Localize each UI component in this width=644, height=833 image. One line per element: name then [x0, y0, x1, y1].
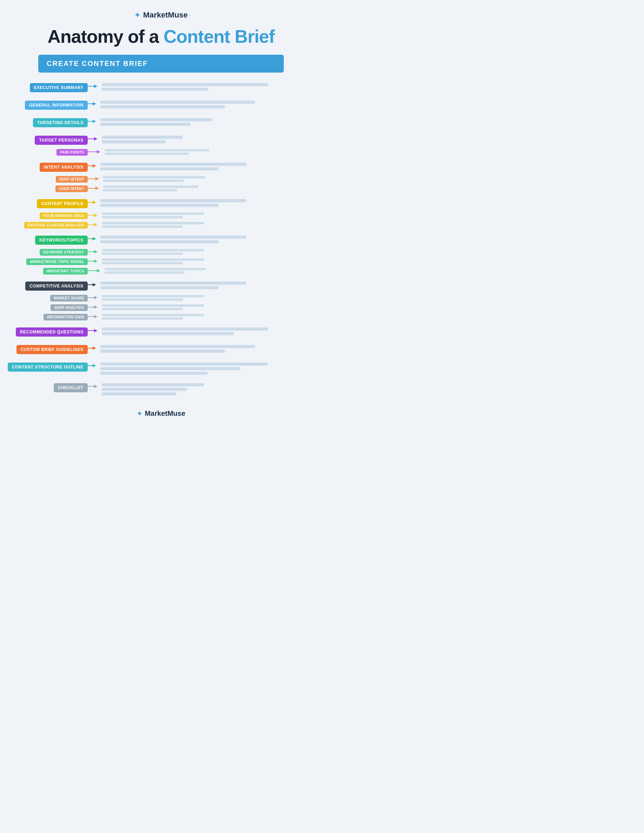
- arrow-side: [88, 327, 99, 332]
- content-bar: [102, 249, 204, 251]
- sub-arrow-side: [88, 175, 100, 180]
- bars-container: [99, 82, 315, 91]
- arrow-icon: [88, 119, 96, 123]
- sub-arrow-side: [88, 258, 99, 263]
- sparkle-icon-bottom: ✦: [137, 410, 142, 418]
- section-row: TARGET PERSONAS: [7, 135, 315, 145]
- content-bar: [103, 189, 177, 191]
- section-label-competitive-analysis: COMPETITIVE ANALYSIS: [25, 281, 88, 291]
- sub-label-side: KEYWORD STRATEGY: [7, 248, 88, 256]
- content-bar: [102, 388, 187, 391]
- spacer: [7, 231, 315, 235]
- content-bar: [100, 371, 208, 375]
- sub-label-information-gain: INFORMATION GAIN: [43, 314, 88, 320]
- bars-container: [98, 235, 315, 243]
- content-bar: [102, 88, 208, 91]
- spacer: [7, 378, 315, 383]
- arrow-side: [88, 235, 98, 241]
- arrow-icon: [88, 346, 96, 350]
- bars-container: [99, 294, 315, 301]
- section-row: KEYWORDS/TOPICS: [7, 235, 315, 245]
- arrow-icon: [88, 329, 98, 332]
- arrow-icon: [88, 259, 98, 263]
- section-label-target-personas: TARGET PERSONAS: [35, 136, 88, 145]
- content-bar: [100, 349, 225, 353]
- spacer: [7, 358, 315, 362]
- label-side: TARGET PERSONAS: [7, 135, 88, 145]
- section-label-content-structure-outline: CONTENT STRUCTURE OUTLINE: [8, 362, 88, 371]
- main-title: Anatomy of a Content Brief: [47, 26, 274, 47]
- sub-label-side: MARKET SHARE: [7, 294, 88, 302]
- content-bar: [102, 258, 204, 261]
- content-bar: [102, 392, 176, 396]
- content-bar: [100, 101, 255, 104]
- arrow-side: [88, 100, 98, 106]
- arrow-icon: [88, 187, 99, 190]
- content-bar: [100, 345, 255, 348]
- content-bar: [100, 199, 246, 202]
- arrow-icon: [88, 150, 100, 154]
- arrow-icon: [88, 269, 100, 272]
- arrow-icon: [88, 177, 99, 180]
- sub-arrow-side: [88, 212, 99, 217]
- bars-container: [98, 281, 315, 289]
- content-bar: [103, 176, 205, 178]
- content-bar: [100, 281, 246, 285]
- sub-label-serp-analysis: SERP ANALYSIS: [50, 304, 88, 311]
- arrow-icon: [88, 85, 98, 88]
- arrow-icon: [88, 364, 96, 367]
- content-bar: [100, 204, 219, 207]
- spacer: [7, 277, 315, 281]
- section-row: RECOMMENDED QUESTIONS: [7, 327, 315, 336]
- content-bar: [102, 140, 166, 143]
- section-label-recommended-questions: RECOMMENDED QUESTIONS: [16, 328, 88, 336]
- bars-container: [100, 175, 315, 182]
- sub-label-important-topics: IMPORTANT TOPICS: [43, 268, 88, 275]
- content-bar: [102, 332, 234, 335]
- section-row: CUSTOM BRIEF GUIDELINES: [7, 344, 315, 354]
- bars-container: [98, 344, 315, 353]
- sub-section-row: IMPORTANT TOPICS: [7, 267, 315, 275]
- sparkle-icon: ✦: [134, 11, 140, 19]
- section-label-intent-analysis: INTENT ANALYSIS: [40, 163, 88, 172]
- spacer: [7, 158, 315, 162]
- content-bar: [105, 149, 210, 151]
- label-side: CONTENT PROFILE: [7, 198, 88, 208]
- title-prefix: Anatomy of a: [47, 26, 163, 47]
- sub-arrow-side: [88, 248, 99, 254]
- bars-container: [99, 258, 315, 264]
- bars-container: [99, 313, 315, 320]
- content-bar: [105, 271, 185, 274]
- arrow-side: [88, 344, 98, 350]
- banner-text: CREATE CONTENT BRIEF: [47, 60, 148, 67]
- content-bar: [102, 383, 204, 386]
- arrow-icon: [88, 250, 98, 254]
- arrow-side: [88, 117, 98, 123]
- arrow-icon: [88, 214, 98, 217]
- sub-arrow-side: [88, 267, 102, 272]
- sub-label-side: YOUR RANKING URLS: [7, 212, 88, 219]
- content-bar: [100, 362, 267, 366]
- bars-container: [99, 304, 315, 310]
- content-bar: [105, 268, 206, 270]
- bars-container: [98, 162, 315, 170]
- sub-label-side: USER INTENT: [7, 185, 88, 192]
- sub-section-row: EXISTING CLUSTER ANALYSIS: [7, 221, 315, 228]
- create-brief-banner: CREATE CONTENT BRIEF: [38, 55, 284, 72]
- bars-container: [99, 135, 315, 143]
- arrow-icon: [88, 137, 98, 141]
- sub-label-side: MARKETMUSE TOPIC MODEL: [7, 258, 88, 265]
- content-bar: [100, 105, 225, 108]
- sub-section-row: PAIN POINTS: [7, 148, 315, 156]
- section-row: CHECKLIST: [7, 383, 315, 396]
- section-row: COMPETITIVE ANALYSIS: [7, 281, 315, 291]
- bars-container: [99, 383, 315, 396]
- bars-container: [99, 212, 315, 219]
- spacer: [7, 194, 315, 198]
- section-label-executive-summary: EXECUTIVE SUMMARY: [30, 83, 88, 92]
- bars-container: [98, 198, 315, 207]
- bars-container: [100, 185, 315, 191]
- arrow-side: [88, 198, 98, 204]
- bars-container: [99, 248, 315, 255]
- arrow-side: [88, 362, 98, 367]
